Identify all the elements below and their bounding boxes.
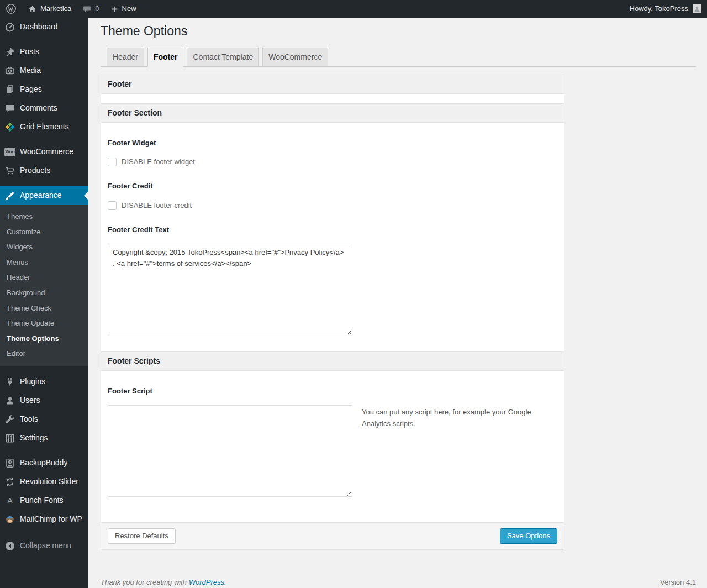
new-content-menu[interactable]: New (105, 0, 142, 18)
sidebar-item-comments[interactable]: Comments (0, 99, 88, 118)
sidebar-item-label: Punch Fonts (20, 495, 64, 506)
wordpress-logo-icon (6, 3, 17, 14)
disable-footer-credit-label[interactable]: DISABLE footer credit (122, 201, 192, 211)
sidebar-item-label: Grid Elements (20, 122, 69, 133)
sidebar-item-tools[interactable]: Tools (0, 410, 88, 429)
grid-icon (4, 122, 15, 133)
wrench-icon (4, 414, 15, 425)
panel-gap (101, 94, 564, 103)
letter-a-icon: A (4, 495, 15, 506)
tab-header[interactable]: Header (107, 48, 144, 67)
comment-bubble-icon (82, 4, 92, 14)
sidebar-item-label: Media (20, 65, 41, 76)
submenu-item-theme-update[interactable]: Theme Update (0, 316, 88, 331)
submenu-item-editor[interactable]: Editor (0, 346, 88, 361)
sidebar-item-pages[interactable]: Pages (0, 80, 88, 99)
admin-bar: Marketica 0 New Howdy, TokoPress (0, 0, 707, 18)
footer-credit-text-textarea[interactable]: Copyright &copy; 2015 TokoPress<span><a … (108, 244, 352, 335)
sidebar-item-media[interactable]: Media (0, 61, 88, 80)
sidebar-item-posts[interactable]: Posts (0, 43, 88, 61)
save-options-button[interactable]: Save Options (500, 528, 557, 544)
sidebar-item-products[interactable]: Products (0, 161, 88, 180)
sidebar-item-label: Products (20, 165, 50, 176)
admin-bar-account[interactable]: Howdy, TokoPress (630, 0, 707, 18)
sidebar-item-dashboard[interactable]: Dashboard (0, 18, 88, 36)
footer-section-body: Footer Widget DISABLE footer widget Foot… (101, 123, 564, 351)
version-label: Version 4.1 (660, 578, 696, 587)
disable-footer-credit-checkbox[interactable] (108, 201, 117, 210)
footer-credit-row: DISABLE footer credit (108, 201, 557, 211)
wordpress-link[interactable]: WordPress (189, 578, 224, 586)
submenu-item-background[interactable]: Background (0, 285, 88, 301)
sidebar-item-users[interactable]: Users (0, 391, 88, 410)
howdy-label: Howdy, TokoPress (630, 4, 688, 14)
submenu-item-theme-options[interactable]: Theme Options (0, 331, 88, 347)
submenu-item-header[interactable]: Header (0, 270, 88, 285)
submenu-item-theme-check[interactable]: Theme Check (0, 301, 88, 316)
woo-badge-text: Woo (4, 148, 15, 156)
sidebar-item-label: MailChimp for WP (20, 514, 82, 525)
site-name-label: Marketica (40, 4, 71, 14)
sidebar-item-collapse-menu[interactable]: Collapse menu (0, 537, 88, 555)
sidebar-item-label: Pages (20, 84, 42, 95)
sidebar-item-label: WooCommerce (20, 146, 73, 158)
wordpress-logo-menu[interactable] (0, 0, 22, 18)
menu-separator (0, 136, 88, 143)
site-name-menu[interactable]: Marketica (22, 0, 77, 18)
footer-thanks-text: Thank you for creating with (101, 578, 189, 586)
submenu-item-widgets[interactable]: Widgets (0, 239, 88, 255)
sidebar-item-revolution-slider[interactable]: Revolution Slider (0, 473, 88, 491)
footer-credit-label: Footer Credit (108, 181, 557, 191)
disable-footer-widget-label[interactable]: DISABLE footer widget (122, 157, 195, 167)
cart-icon (4, 165, 15, 176)
new-label: New (122, 4, 136, 14)
sidebar-item-label: Dashboard (20, 22, 58, 33)
menu-separator (0, 448, 88, 454)
sidebar-item-woocommerce[interactable]: Woo WooCommerce (0, 143, 88, 161)
footer-scripts-body: Footer Script You can put any script her… (101, 371, 564, 522)
footer-scripts-title: Footer Scripts (101, 351, 564, 371)
sidebar-item-label: Users (20, 395, 40, 406)
sidebar-item-settings[interactable]: Settings (0, 429, 88, 448)
home-icon (28, 4, 37, 14)
submenu-item-themes[interactable]: Themes (0, 209, 88, 224)
admin-menu: Dashboard Posts Media Pages (0, 18, 88, 588)
sidebar-item-grid-elements[interactable]: Grid Elements (0, 118, 88, 136)
sidebar-item-label: Comments (20, 103, 57, 114)
pages-icon (4, 84, 15, 95)
admin-bar-left: Marketica 0 New (0, 0, 630, 18)
footer-script-textarea[interactable] (108, 405, 352, 497)
tab-woocommerce[interactable]: WooCommerce (262, 48, 328, 67)
footer-widget-label: Footer Widget (108, 138, 557, 148)
camera-icon (4, 65, 15, 76)
settings-icon (4, 433, 15, 444)
sidebar-item-appearance[interactable]: Appearance (0, 186, 88, 205)
pushpin-icon (4, 46, 15, 57)
footer-thanks-period: . (224, 578, 226, 586)
sidebar-item-backupbuddy[interactable]: BackupBuddy (0, 454, 88, 473)
sidebar-item-label: Tools (20, 414, 38, 425)
sidebar-item-plugins[interactable]: Plugins (0, 372, 88, 391)
sidebar-item-label: BackupBuddy (20, 458, 67, 469)
rotate-arrows-icon (4, 476, 15, 487)
restore-defaults-button[interactable]: Restore Defaults (108, 528, 176, 544)
footer-script-row: You can put any script here, for example… (108, 405, 557, 497)
panel-action-bar: Restore Defaults Save Options (101, 522, 564, 549)
comments-menu[interactable]: 0 (77, 0, 104, 18)
sidebar-item-label: Collapse menu (20, 540, 71, 552)
tab-bar: HeaderFooterContact TemplateWooCommerce (101, 48, 696, 67)
submenu-item-menus[interactable]: Menus (0, 255, 88, 270)
avatar (693, 4, 701, 13)
sidebar-item-punch-fonts[interactable]: A Punch Fonts (0, 491, 88, 510)
footer-script-label: Footer Script (108, 386, 557, 396)
submenu-item-customize[interactable]: Customize (0, 224, 88, 240)
sidebar-item-mailchimp[interactable]: MailChimp for WP (0, 510, 88, 529)
dashboard-icon (4, 22, 15, 33)
sidebar-item-label: Plugins (20, 376, 45, 387)
menu-separator (0, 180, 88, 186)
tab-footer[interactable]: Footer (147, 48, 184, 67)
disable-footer-widget-checkbox[interactable] (108, 158, 117, 166)
admin-footer: Thank you for creating with WordPress. V… (101, 578, 696, 588)
tab-contact-template[interactable]: Contact Template (187, 48, 259, 67)
menu-separator (0, 36, 88, 43)
